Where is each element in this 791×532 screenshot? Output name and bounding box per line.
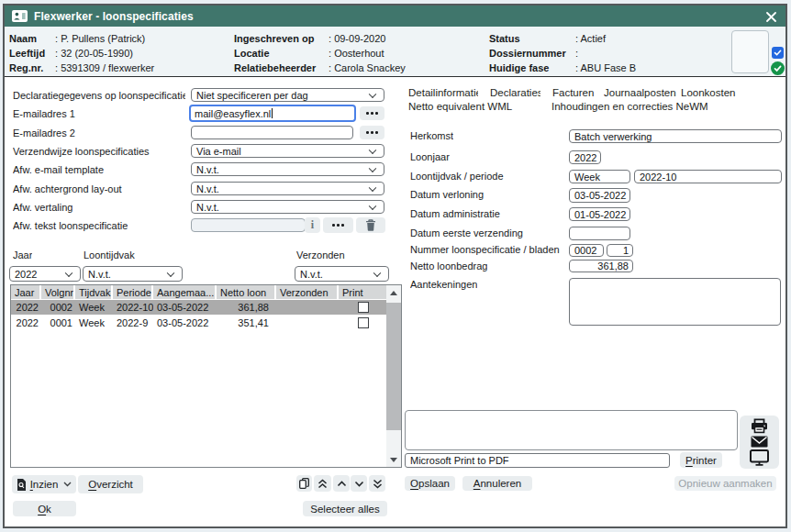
nummer-input[interactable]: 0002 — [569, 244, 604, 257]
print-checkbox[interactable] — [358, 317, 369, 328]
checked-checkbox-icon[interactable] — [772, 47, 784, 59]
relatiebeheerder-value: Carola Snackey — [329, 62, 406, 73]
dossiernummer-value — [575, 48, 581, 59]
annuleren-button[interactable]: Annuleren — [462, 476, 532, 491]
scroll-up-button[interactable] — [386, 285, 401, 300]
printer-name-input[interactable]: Microsoft Print to PDF — [405, 453, 670, 468]
ok-button[interactable]: Ok — [13, 501, 76, 516]
title-bar[interactable]: Flexwerker - loonspecificaties — [5, 6, 785, 27]
info-button[interactable]: i — [305, 217, 320, 233]
copy-button[interactable] — [296, 475, 312, 492]
tab-journaalposten[interactable]: Journaalposten — [604, 87, 677, 98]
verzonden-filter-select[interactable]: N.v.t. — [295, 266, 389, 282]
overzicht-button[interactable]: Overzicht — [78, 475, 143, 493]
email1-input[interactable]: mail@easyflex.nl — [189, 105, 356, 122]
loonjaar-input[interactable]: 2022 — [569, 150, 601, 164]
tab-detailinformatie[interactable]: Detailinformatie — [408, 87, 478, 98]
template-select[interactable]: N.v.t. — [191, 162, 384, 176]
table-row[interactable]: 2022 0001 Week 2022-9 03-05-2022 351,41 — [11, 316, 386, 330]
periode-input[interactable]: 2022-10 — [634, 170, 782, 183]
selecteer-alles-button[interactable]: Selecteer alles — [303, 501, 387, 516]
col-tijdvak[interactable]: Tijdvak — [75, 285, 113, 299]
herkomst-input[interactable]: Batch verwerking — [569, 129, 782, 143]
achtergrond-select[interactable]: N.v.t. — [191, 182, 384, 195]
jaar-filter-label: Jaar — [13, 249, 32, 260]
print-preview-box — [405, 410, 738, 450]
email2-more-button[interactable] — [360, 126, 384, 139]
move-down-button[interactable] — [351, 475, 367, 492]
bladen-input[interactable]: 1 — [607, 244, 633, 257]
copy-pages-icon — [299, 478, 309, 489]
dossiernummer-label: Dossiernummer — [489, 48, 566, 59]
regnr-value: 5391309 / flexwerker — [55, 62, 154, 73]
netto-loonbedrag-input[interactable]: 361,88 — [569, 260, 633, 272]
vertaling-select[interactable]: N.v.t. — [191, 200, 384, 214]
dialog-flexwerker-loonspecificaties: Flexwerker - loonspecificaties Naam P. P… — [3, 4, 787, 528]
datum-administratie-label: Datum administratie — [410, 208, 500, 219]
opslaan-button[interactable]: Opslaan — [405, 476, 455, 491]
tab-declaraties[interactable]: Declaraties — [490, 87, 540, 98]
netto-loonbedrag-label: Netto loonbedrag — [410, 260, 487, 272]
ingeschreven-label: Ingeschreven op — [234, 33, 314, 44]
contact-card-icon — [12, 10, 28, 22]
monitor-icon[interactable] — [750, 449, 769, 466]
datum-administratie-input[interactable]: 01-05-2022 — [569, 207, 630, 221]
tab-netto-equivalent-wml[interactable]: Netto equivalent WML — [408, 101, 546, 112]
output-mode-strip — [740, 416, 779, 469]
ellipsis-dot — [366, 131, 369, 134]
scroll-down-button[interactable] — [386, 452, 401, 467]
delete-button[interactable] — [356, 217, 385, 233]
inzien-button[interactable]: Inzien — [12, 475, 76, 493]
scrollbar-thumb[interactable] — [386, 303, 401, 430]
printer-button[interactable]: Printer — [680, 452, 722, 468]
declaratie-select[interactable]: Niet specificeren per dag — [191, 88, 384, 102]
col-verzonden[interactable]: Verzonden — [276, 285, 339, 299]
close-button[interactable] — [763, 8, 779, 25]
chevron-down-icon — [369, 146, 376, 153]
double-chevron-up-icon — [318, 479, 328, 489]
tab-facturen[interactable]: Facturen — [552, 87, 600, 98]
chevron-up-icon — [337, 481, 347, 487]
loontijdvak-input[interactable]: Week — [569, 170, 630, 183]
print-checkbox[interactable] — [358, 302, 369, 313]
move-top-button[interactable] — [314, 475, 331, 492]
template-label: Afw. e-mail template — [13, 164, 104, 175]
main-content: Declaratiegegevens op loonspecificatie N… — [5, 79, 785, 526]
tekst-more-button[interactable] — [323, 217, 353, 233]
move-up-button[interactable] — [333, 475, 350, 492]
move-bottom-button[interactable] — [369, 475, 385, 492]
loontijdvak-filter-select[interactable]: N.v.t. — [83, 266, 183, 282]
email1-more-button[interactable] — [360, 106, 384, 120]
verzendwijze-select[interactable]: Via e-mail — [191, 144, 384, 158]
table-row-selected[interactable]: 2022 0002 Week 2022-10 03-05-2022 361,88 — [11, 300, 386, 315]
opnieuw-aanmaken-button[interactable]: Opnieuw aanmaken — [674, 476, 776, 491]
chevron-down-icon — [65, 269, 72, 276]
naam-label: Naam — [9, 33, 37, 44]
datum-verloning-input[interactable]: 03-05-2022 — [569, 188, 630, 203]
aantekeningen-textarea[interactable] — [569, 278, 781, 326]
loontijdvak-periode-label: Loontijdvak / periode — [410, 171, 504, 182]
check-icon — [774, 49, 782, 57]
col-jaar[interactable]: Jaar — [11, 285, 41, 299]
tab-loonkosten[interactable]: Loonkosten — [681, 87, 745, 98]
email-icon[interactable] — [751, 436, 768, 448]
col-volgnr[interactable]: Volgnr — [41, 285, 75, 299]
person-info-header: Naam P. Pullens (Patrick) Leeftijd 32 (2… — [5, 27, 785, 77]
table-scrollbar[interactable] — [386, 285, 401, 467]
nummer-loonspecificatie-label: Nummer loonspecificatie / bladen — [410, 244, 560, 255]
jaar-filter-select[interactable]: 2022 — [9, 266, 81, 282]
col-aangemaakt[interactable]: Aangemaa... — [153, 285, 217, 299]
col-netto-loon[interactable]: Netto loon — [217, 285, 276, 299]
text-caret — [272, 108, 273, 118]
datum-eerste-verzending-input[interactable] — [569, 227, 630, 240]
tab-inhoudingen-correcties[interactable]: Inhoudingen en correcties NeWML — [551, 101, 707, 112]
chevron-down-icon — [373, 269, 381, 276]
col-print[interactable]: Print — [339, 285, 386, 299]
printer-icon[interactable] — [751, 418, 768, 434]
huidige-fase-label: Huidige fase — [489, 62, 549, 73]
email2-input[interactable] — [191, 126, 353, 139]
loonspecificaties-table: Jaar Volgnr Tijdvak Periode Aangemaa... … — [10, 284, 402, 468]
locatie-value: Oosterhout — [329, 48, 384, 59]
email1-label: E-mailadres 1 — [13, 108, 75, 119]
col-periode[interactable]: Periode — [113, 285, 153, 299]
